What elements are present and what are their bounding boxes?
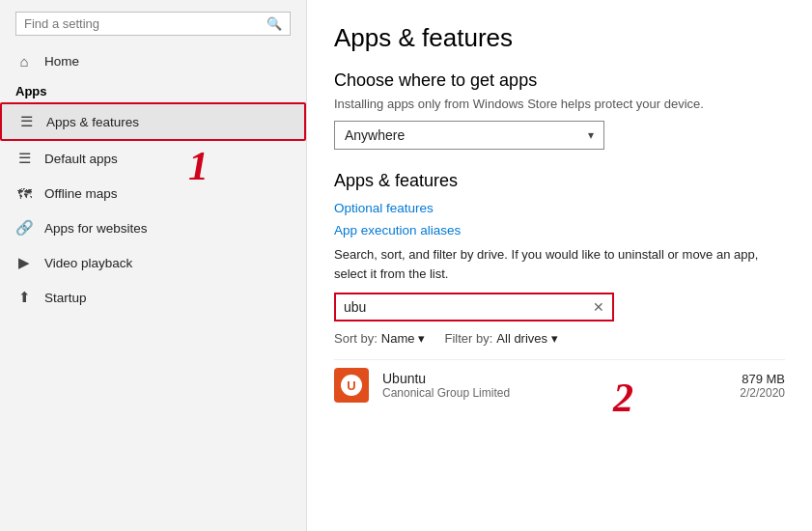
- app-info: Ubuntu Canonical Group Limited: [382, 371, 726, 400]
- clear-search-icon[interactable]: ✕: [589, 299, 604, 315]
- app-execution-aliases-link[interactable]: App execution aliases: [334, 223, 785, 238]
- home-icon: ⌂: [15, 52, 33, 70]
- apps-features-section: Apps & features Optional features App ex…: [334, 171, 785, 410]
- sidebar-item-label: Apps & features: [46, 115, 139, 129]
- choose-where-section: Choose where to get apps Installing apps…: [334, 70, 785, 171]
- optional-features-link[interactable]: Optional features: [334, 201, 785, 215]
- sidebar-item-default-apps[interactable]: ☰ Default apps: [0, 141, 306, 176]
- app-size: 879 MB: [740, 372, 785, 386]
- video-playback-icon: ▶: [15, 254, 33, 271]
- filter-by-value: All drives: [496, 331, 547, 346]
- apps-features-icon: ☰: [17, 113, 35, 130]
- offline-maps-icon: 🗺: [15, 184, 33, 202]
- sort-chevron-icon: ▾: [418, 331, 425, 346]
- app-icon: U: [334, 368, 369, 403]
- apps-features-section-title: Apps & features: [334, 171, 785, 191]
- app-meta: 879 MB 2/2/2020: [740, 372, 785, 400]
- chevron-down-icon: ▾: [588, 128, 594, 142]
- sidebar-nav: ☰ Apps & features ☰ Default apps 🗺 Offli…: [0, 102, 306, 531]
- sort-by-control[interactable]: Sort by: Name ▾: [334, 331, 425, 346]
- app-date: 2/2/2020: [740, 386, 785, 400]
- default-apps-icon: ☰: [15, 150, 33, 167]
- search-icon: 🔍: [266, 16, 282, 31]
- apps-for-websites-icon: 🔗: [15, 219, 33, 237]
- sidebar-item-video-playback[interactable]: ▶ Video playback: [0, 245, 306, 280]
- sidebar-item-label: Apps for websites: [44, 221, 148, 236]
- sort-filter-row: Sort by: Name ▾ Filter by: All drives ▾: [334, 331, 785, 346]
- sidebar-item-startup[interactable]: ⬆ Startup: [0, 280, 306, 315]
- sort-by-value: Name: [381, 331, 415, 346]
- anywhere-dropdown[interactable]: Anywhere ▾: [334, 121, 604, 150]
- sidebar: 🔍 ⌂ Home Apps ☰ Apps & features ☰ Defaul…: [0, 0, 307, 531]
- choose-section-title: Choose where to get apps: [334, 70, 785, 91]
- app-search-box[interactable]: ✕: [334, 293, 614, 321]
- sidebar-search-wrap: 🔍: [0, 0, 306, 43]
- page-title: Apps & features: [334, 23, 785, 53]
- app-publisher: Canonical Group Limited: [382, 386, 726, 400]
- sort-by-label: Sort by:: [334, 331, 378, 346]
- home-label: Home: [44, 54, 79, 69]
- sidebar-search-box[interactable]: 🔍: [15, 12, 291, 36]
- filter-by-control[interactable]: Filter by: All drives ▾: [444, 331, 558, 346]
- apps-section-label: Apps: [0, 78, 306, 102]
- apps-search-description: Search, sort, and filter by drive. If yo…: [334, 245, 785, 283]
- app-name: Ubuntu: [382, 371, 726, 386]
- choose-section-subtitle: Installing apps only from Windows Store …: [334, 97, 785, 111]
- app-list-item[interactable]: U Ubuntu Canonical Group Limited 879 MB …: [334, 359, 785, 410]
- sidebar-item-label: Default apps: [44, 152, 118, 166]
- sidebar-item-apps-for-websites[interactable]: 🔗 Apps for websites: [0, 210, 306, 245]
- main-content: Apps & features Choose where to get apps…: [307, 0, 812, 531]
- sidebar-item-label: Offline maps: [44, 186, 118, 201]
- sidebar-item-home[interactable]: ⌂ Home: [0, 43, 306, 78]
- filter-chevron-icon: ▾: [551, 331, 558, 346]
- dropdown-value: Anywhere: [345, 127, 405, 143]
- sidebar-item-offline-maps[interactable]: 🗺 Offline maps: [0, 176, 306, 210]
- startup-icon: ⬆: [15, 289, 33, 306]
- sidebar-item-label: Startup: [44, 291, 87, 305]
- sidebar-item-label: Video playback: [44, 256, 132, 270]
- app-icon-inner: U: [341, 375, 362, 396]
- sidebar-search-input[interactable]: [24, 16, 266, 31]
- app-search-input[interactable]: [344, 299, 589, 315]
- sidebar-item-apps-features[interactable]: ☰ Apps & features: [0, 102, 306, 141]
- filter-by-label: Filter by:: [444, 331, 492, 346]
